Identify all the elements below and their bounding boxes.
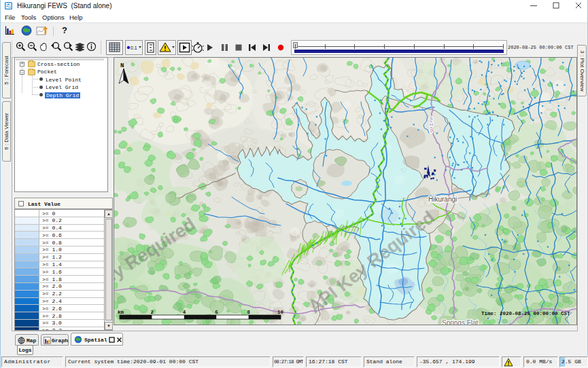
svg-text:10: 10 <box>277 310 284 315</box>
svg-text:N: N <box>120 62 124 69</box>
svg-text:S: S <box>430 116 433 121</box>
svg-text:Springs Flat: Springs Flat <box>442 319 479 325</box>
svg-text:Time: 2020-08-25 00:00:00 CST: Time: 2020-08-25 00:00:00 CST <box>481 311 570 316</box>
svg-text:Hikurangi: Hikurangi <box>428 196 457 203</box>
svg-text:4: 4 <box>183 310 186 315</box>
svg-text:H: H <box>430 122 433 127</box>
svg-text:km: km <box>118 310 124 315</box>
svg-text:6: 6 <box>215 310 218 315</box>
svg-text:8: 8 <box>247 310 251 315</box>
svg-text:0.1: 0.1 <box>131 45 137 50</box>
svg-text:2: 2 <box>150 310 154 315</box>
svg-text:1: 1 <box>430 128 432 133</box>
